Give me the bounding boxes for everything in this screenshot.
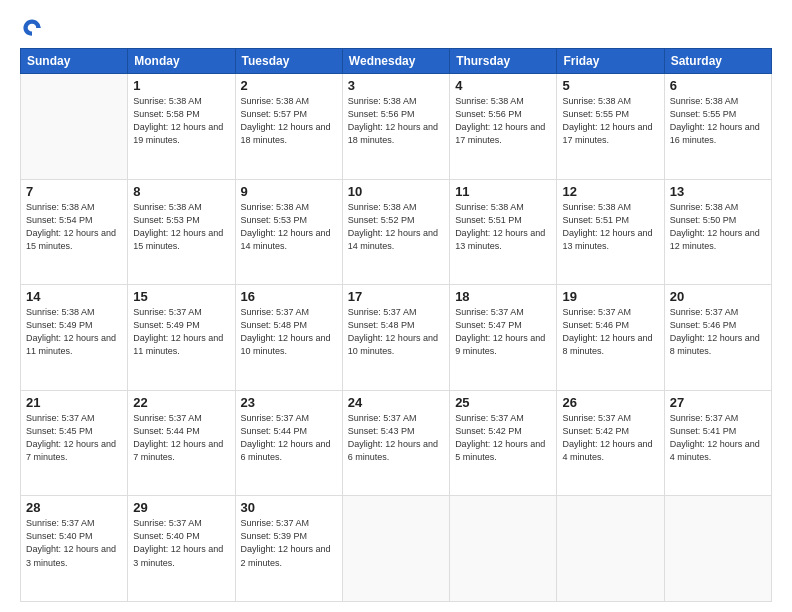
day-number: 4 — [455, 78, 551, 93]
day-info: Sunrise: 5:37 AMSunset: 5:44 PMDaylight:… — [133, 412, 229, 464]
day-number: 15 — [133, 289, 229, 304]
logo — [20, 16, 48, 40]
calendar-cell: 5Sunrise: 5:38 AMSunset: 5:55 PMDaylight… — [557, 74, 664, 180]
calendar-cell — [342, 496, 449, 602]
calendar-cell: 9Sunrise: 5:38 AMSunset: 5:53 PMDaylight… — [235, 179, 342, 285]
day-info: Sunrise: 5:37 AMSunset: 5:42 PMDaylight:… — [455, 412, 551, 464]
calendar-cell: 8Sunrise: 5:38 AMSunset: 5:53 PMDaylight… — [128, 179, 235, 285]
day-number: 13 — [670, 184, 766, 199]
day-number: 16 — [241, 289, 337, 304]
day-info: Sunrise: 5:37 AMSunset: 5:46 PMDaylight:… — [670, 306, 766, 358]
day-number: 30 — [241, 500, 337, 515]
calendar-cell: 23Sunrise: 5:37 AMSunset: 5:44 PMDayligh… — [235, 390, 342, 496]
day-info: Sunrise: 5:38 AMSunset: 5:51 PMDaylight:… — [455, 201, 551, 253]
day-info: Sunrise: 5:37 AMSunset: 5:48 PMDaylight:… — [348, 306, 444, 358]
calendar-cell: 4Sunrise: 5:38 AMSunset: 5:56 PMDaylight… — [450, 74, 557, 180]
calendar-cell: 24Sunrise: 5:37 AMSunset: 5:43 PMDayligh… — [342, 390, 449, 496]
day-number: 24 — [348, 395, 444, 410]
day-number: 1 — [133, 78, 229, 93]
calendar-cell: 29Sunrise: 5:37 AMSunset: 5:40 PMDayligh… — [128, 496, 235, 602]
calendar-cell: 2Sunrise: 5:38 AMSunset: 5:57 PMDaylight… — [235, 74, 342, 180]
calendar-cell: 18Sunrise: 5:37 AMSunset: 5:47 PMDayligh… — [450, 285, 557, 391]
calendar-cell — [664, 496, 771, 602]
calendar-cell: 25Sunrise: 5:37 AMSunset: 5:42 PMDayligh… — [450, 390, 557, 496]
page: SundayMondayTuesdayWednesdayThursdayFrid… — [0, 0, 792, 612]
calendar-cell: 21Sunrise: 5:37 AMSunset: 5:45 PMDayligh… — [21, 390, 128, 496]
day-number: 22 — [133, 395, 229, 410]
weekday-header-saturday: Saturday — [664, 49, 771, 74]
day-info: Sunrise: 5:38 AMSunset: 5:51 PMDaylight:… — [562, 201, 658, 253]
calendar-cell: 11Sunrise: 5:38 AMSunset: 5:51 PMDayligh… — [450, 179, 557, 285]
calendar-cell — [450, 496, 557, 602]
day-number: 25 — [455, 395, 551, 410]
calendar-cell: 17Sunrise: 5:37 AMSunset: 5:48 PMDayligh… — [342, 285, 449, 391]
weekday-header-friday: Friday — [557, 49, 664, 74]
calendar-week-row: 28Sunrise: 5:37 AMSunset: 5:40 PMDayligh… — [21, 496, 772, 602]
weekday-header-row: SundayMondayTuesdayWednesdayThursdayFrid… — [21, 49, 772, 74]
day-number: 23 — [241, 395, 337, 410]
day-info: Sunrise: 5:38 AMSunset: 5:49 PMDaylight:… — [26, 306, 122, 358]
calendar-cell: 10Sunrise: 5:38 AMSunset: 5:52 PMDayligh… — [342, 179, 449, 285]
day-number: 3 — [348, 78, 444, 93]
day-number: 18 — [455, 289, 551, 304]
weekday-header-monday: Monday — [128, 49, 235, 74]
weekday-header-sunday: Sunday — [21, 49, 128, 74]
calendar-week-row: 14Sunrise: 5:38 AMSunset: 5:49 PMDayligh… — [21, 285, 772, 391]
day-number: 26 — [562, 395, 658, 410]
day-info: Sunrise: 5:37 AMSunset: 5:40 PMDaylight:… — [133, 517, 229, 569]
day-info: Sunrise: 5:38 AMSunset: 5:54 PMDaylight:… — [26, 201, 122, 253]
calendar-cell: 28Sunrise: 5:37 AMSunset: 5:40 PMDayligh… — [21, 496, 128, 602]
day-number: 6 — [670, 78, 766, 93]
day-info: Sunrise: 5:38 AMSunset: 5:53 PMDaylight:… — [133, 201, 229, 253]
day-number: 28 — [26, 500, 122, 515]
day-info: Sunrise: 5:38 AMSunset: 5:53 PMDaylight:… — [241, 201, 337, 253]
day-number: 12 — [562, 184, 658, 199]
calendar-cell: 14Sunrise: 5:38 AMSunset: 5:49 PMDayligh… — [21, 285, 128, 391]
day-number: 10 — [348, 184, 444, 199]
weekday-header-thursday: Thursday — [450, 49, 557, 74]
day-info: Sunrise: 5:37 AMSunset: 5:49 PMDaylight:… — [133, 306, 229, 358]
calendar-cell: 3Sunrise: 5:38 AMSunset: 5:56 PMDaylight… — [342, 74, 449, 180]
calendar-cell: 15Sunrise: 5:37 AMSunset: 5:49 PMDayligh… — [128, 285, 235, 391]
calendar-cell: 20Sunrise: 5:37 AMSunset: 5:46 PMDayligh… — [664, 285, 771, 391]
calendar-cell: 22Sunrise: 5:37 AMSunset: 5:44 PMDayligh… — [128, 390, 235, 496]
day-number: 21 — [26, 395, 122, 410]
day-info: Sunrise: 5:37 AMSunset: 5:46 PMDaylight:… — [562, 306, 658, 358]
calendar-cell: 30Sunrise: 5:37 AMSunset: 5:39 PMDayligh… — [235, 496, 342, 602]
day-number: 20 — [670, 289, 766, 304]
calendar-cell: 27Sunrise: 5:37 AMSunset: 5:41 PMDayligh… — [664, 390, 771, 496]
calendar-cell: 7Sunrise: 5:38 AMSunset: 5:54 PMDaylight… — [21, 179, 128, 285]
day-number: 19 — [562, 289, 658, 304]
day-number: 17 — [348, 289, 444, 304]
day-info: Sunrise: 5:38 AMSunset: 5:57 PMDaylight:… — [241, 95, 337, 147]
day-info: Sunrise: 5:37 AMSunset: 5:48 PMDaylight:… — [241, 306, 337, 358]
day-info: Sunrise: 5:38 AMSunset: 5:50 PMDaylight:… — [670, 201, 766, 253]
day-number: 7 — [26, 184, 122, 199]
calendar-cell — [21, 74, 128, 180]
day-number: 9 — [241, 184, 337, 199]
calendar-cell: 6Sunrise: 5:38 AMSunset: 5:55 PMDaylight… — [664, 74, 771, 180]
calendar-cell: 16Sunrise: 5:37 AMSunset: 5:48 PMDayligh… — [235, 285, 342, 391]
calendar-cell: 19Sunrise: 5:37 AMSunset: 5:46 PMDayligh… — [557, 285, 664, 391]
day-info: Sunrise: 5:37 AMSunset: 5:40 PMDaylight:… — [26, 517, 122, 569]
header — [20, 16, 772, 40]
day-info: Sunrise: 5:38 AMSunset: 5:56 PMDaylight:… — [455, 95, 551, 147]
calendar-week-row: 7Sunrise: 5:38 AMSunset: 5:54 PMDaylight… — [21, 179, 772, 285]
calendar-cell: 26Sunrise: 5:37 AMSunset: 5:42 PMDayligh… — [557, 390, 664, 496]
day-info: Sunrise: 5:37 AMSunset: 5:45 PMDaylight:… — [26, 412, 122, 464]
day-info: Sunrise: 5:37 AMSunset: 5:47 PMDaylight:… — [455, 306, 551, 358]
day-number: 2 — [241, 78, 337, 93]
calendar-cell: 13Sunrise: 5:38 AMSunset: 5:50 PMDayligh… — [664, 179, 771, 285]
day-number: 8 — [133, 184, 229, 199]
calendar-table: SundayMondayTuesdayWednesdayThursdayFrid… — [20, 48, 772, 602]
calendar-week-row: 21Sunrise: 5:37 AMSunset: 5:45 PMDayligh… — [21, 390, 772, 496]
day-number: 27 — [670, 395, 766, 410]
day-info: Sunrise: 5:38 AMSunset: 5:55 PMDaylight:… — [562, 95, 658, 147]
day-number: 29 — [133, 500, 229, 515]
calendar-cell: 12Sunrise: 5:38 AMSunset: 5:51 PMDayligh… — [557, 179, 664, 285]
day-info: Sunrise: 5:38 AMSunset: 5:58 PMDaylight:… — [133, 95, 229, 147]
day-number: 5 — [562, 78, 658, 93]
calendar-cell — [557, 496, 664, 602]
logo-icon — [20, 16, 44, 40]
day-info: Sunrise: 5:37 AMSunset: 5:39 PMDaylight:… — [241, 517, 337, 569]
